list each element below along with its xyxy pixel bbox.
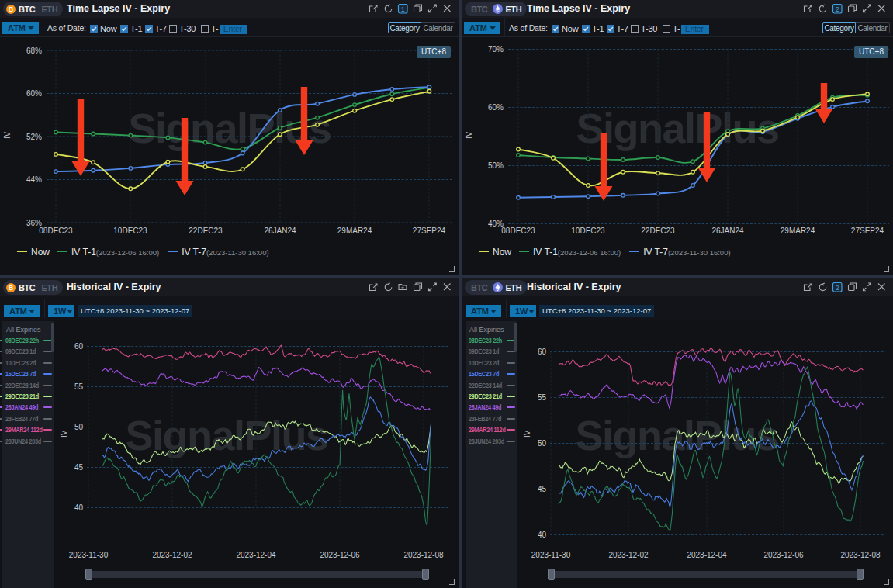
svg-text:2023-12-06: 2023-12-06 (320, 551, 360, 559)
svg-text:08DEC23: 08DEC23 (501, 227, 535, 235)
svg-text:50%: 50% (488, 161, 504, 170)
svg-text:60%: 60% (26, 89, 42, 98)
svg-text:IV: IV (60, 430, 68, 438)
svg-text:2023-12-04: 2023-12-04 (687, 551, 727, 559)
svg-text:27SEP24: 27SEP24 (413, 227, 446, 235)
svg-text:45: 45 (538, 485, 547, 493)
svg-text:10DEC23: 10DEC23 (571, 227, 605, 235)
svg-text:2023-12-04: 2023-12-04 (236, 551, 276, 559)
svg-text:60%: 60% (488, 103, 504, 112)
svg-text:27SEP24: 27SEP24 (851, 227, 884, 235)
svg-text:29MAR24: 29MAR24 (781, 227, 815, 235)
svg-text:2023-12-08: 2023-12-08 (403, 551, 444, 559)
svg-text:70%: 70% (488, 45, 504, 54)
svg-text:40: 40 (74, 503, 84, 512)
svg-text:55: 55 (538, 393, 547, 402)
svg-text:2023-12-02: 2023-12-02 (608, 551, 649, 559)
svg-text:26JAN24: 26JAN24 (711, 227, 744, 235)
svg-text:2023-11-30: 2023-11-30 (69, 551, 109, 559)
svg-text:IV: IV (465, 131, 473, 139)
svg-text:IV: IV (3, 131, 12, 139)
svg-text:50: 50 (538, 439, 547, 448)
svg-text:2023-12-08: 2023-12-08 (840, 551, 881, 559)
svg-text:60: 60 (74, 342, 84, 351)
svg-text:50: 50 (74, 423, 84, 431)
svg-text:2023-12-06: 2023-12-06 (763, 551, 804, 559)
svg-text:2023-11-30: 2023-11-30 (531, 551, 571, 559)
svg-text:55: 55 (74, 382, 84, 391)
svg-text:08DEC23: 08DEC23 (39, 227, 73, 235)
svg-text:10DEC23: 10DEC23 (113, 227, 147, 235)
svg-text:2023-12-02: 2023-12-02 (152, 551, 192, 559)
svg-text:IV: IV (523, 430, 531, 438)
svg-text:22DEC23: 22DEC23 (189, 227, 223, 235)
svg-text:68%: 68% (26, 47, 42, 55)
svg-text:29MAR24: 29MAR24 (337, 227, 372, 235)
svg-text:26JAN24: 26JAN24 (264, 227, 296, 235)
svg-text:60: 60 (538, 348, 547, 356)
svg-text:44%: 44% (26, 175, 42, 184)
svg-text:45: 45 (74, 463, 84, 472)
svg-text:22DEC23: 22DEC23 (641, 227, 675, 235)
svg-text:52%: 52% (26, 133, 42, 141)
svg-text:40: 40 (538, 531, 547, 539)
